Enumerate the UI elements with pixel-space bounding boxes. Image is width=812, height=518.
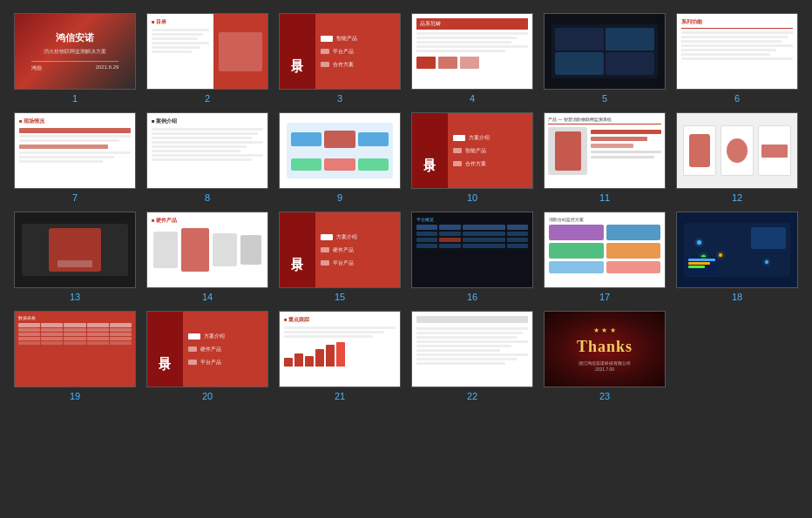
slide21-header: ■ 重点跟踪 (284, 316, 396, 324)
slide-thumb-3[interactable]: 目录 智能产品 平台产品 合作方案 (279, 13, 401, 90)
slide-thumb-14[interactable]: ■ 硬件产品 (146, 212, 268, 288)
slide-wrapper-11: 产品 — 智慧消防物联网监测系统 11 (543, 112, 667, 203)
slide-number-15: 15 (335, 292, 345, 302)
slide-thumb-4[interactable]: 品系范畴 (411, 13, 533, 90)
slide-thumb-2[interactable]: ■ 目录 (146, 13, 268, 90)
slide-number-9: 9 (337, 192, 342, 203)
slide-wrapper-7: ■ 现场情况 7 (13, 112, 137, 203)
slide-number-4: 4 (470, 93, 475, 104)
slide-number-3: 3 (337, 93, 342, 104)
slide-number-21: 21 (335, 391, 345, 401)
slide-wrapper-22: 22 (410, 311, 534, 401)
slide9-diagram (287, 123, 392, 179)
slide21-bar6 (336, 342, 345, 367)
slide-number-7: 7 (72, 192, 78, 203)
slide-number-13: 13 (70, 292, 80, 302)
slide-number-8: 8 (205, 192, 210, 203)
slide-thumb-1[interactable]: 鸿信安诺 消火栓物联网监测解决方案 鸿信 2021.6.29 (14, 13, 136, 90)
slide10-item2: 智能产品 (465, 147, 486, 155)
slide-thumb-7[interactable]: ■ 现场情况 (14, 112, 136, 189)
slide-number-16: 16 (467, 292, 477, 302)
slide4-header: 品系范畴 (416, 18, 528, 30)
slide-thumb-11[interactable]: 产品 — 智慧消防物联网监测系统 (544, 112, 666, 189)
slide-number-22: 22 (467, 391, 477, 401)
slide-wrapper-2: ■ 目录 2 (145, 13, 269, 104)
slide-number-1: 1 (72, 93, 78, 104)
slide23-company: 浙江鸿信安诺科技有限公司 (579, 360, 631, 367)
slide-wrapper-21: ■ 重点跟踪 21 (278, 311, 402, 401)
slide14-item3 (213, 233, 237, 266)
slide17-panel4 (606, 243, 661, 259)
slide17-panel6 (606, 261, 661, 273)
slide-thumb-21[interactable]: ■ 重点跟踪 (279, 311, 401, 387)
slide13-image (22, 224, 127, 276)
slide-number-10: 10 (467, 192, 477, 203)
slide17-header: 消防台站监控方案 (549, 217, 660, 222)
slide6-header: 系列功能 (681, 18, 793, 29)
slide-thumb-23[interactable]: ★ ★ ★ Thanks 浙江鸿信安诺科技有限公司 2021.7.09 (544, 311, 666, 387)
slide21-bar4 (315, 349, 324, 367)
slide-wrapper-23: ★ ★ ★ Thanks 浙江鸿信安诺科技有限公司 2021.7.09 23 (543, 311, 667, 401)
slide-wrapper-14: ■ 硬件产品 14 (145, 212, 269, 302)
slide15-title: 目录 (290, 247, 306, 252)
slide-number-20: 20 (202, 391, 213, 401)
slide10-item1: 方案介绍 (469, 134, 490, 142)
slide10-item3: 合作方案 (465, 160, 486, 168)
slide20-item1: 方案介绍 (204, 333, 225, 340)
slide-wrapper-20: 目录 方案介绍 硬件产品 平台产品 20 (145, 311, 269, 401)
slide2-header: ■ 目录 (152, 18, 209, 26)
slide5-dashboard (551, 24, 657, 78)
slide14-header: ■ 硬件产品 (152, 217, 263, 225)
slide3-item3: 合作方案 (333, 61, 354, 69)
slide-wrapper-16: 平台概览 (410, 212, 534, 302)
slide-number-6: 6 (734, 93, 740, 104)
slide23-star-icon: ★ ★ ★ (593, 326, 615, 334)
slide18-map (684, 223, 789, 277)
slide-thumb-22[interactable] (411, 311, 533, 387)
slide23-date: 2021.7.09 (595, 367, 614, 372)
slide-thumb-5[interactable] (544, 13, 666, 90)
slide14-item4 (240, 235, 261, 265)
slide-thumb-15[interactable]: 目录 方案介绍 硬件产品 平台产品 (279, 212, 401, 288)
slide-wrapper-1: 鸿信安诺 消火栓物联网监测解决方案 鸿信 2021.6.29 1 (13, 13, 137, 104)
slide21-bar3 (305, 356, 314, 367)
slide7-header: ■ 现场情况 (19, 118, 131, 125)
slide-wrapper-17: 消防台站监控方案 17 (543, 212, 667, 302)
slide-wrapper-19: 数据表格 (13, 311, 137, 401)
slide-number-14: 14 (202, 292, 213, 302)
slide-thumb-20[interactable]: 目录 方案介绍 硬件产品 平台产品 (146, 311, 268, 387)
slide1-logo: 鸿信 (31, 64, 42, 72)
slide-wrapper-9: 9 (278, 112, 402, 203)
slide-wrapper-15: 目录 方案介绍 硬件产品 平台产品 15 (278, 212, 402, 302)
slide14-item1 (153, 232, 178, 268)
slide-wrapper-3: 目录 智能产品 平台产品 合作方案 3 (278, 13, 402, 104)
slide-thumb-19[interactable]: 数据表格 (14, 311, 136, 387)
slide3-title: 目录 (290, 49, 306, 54)
slide16-header: 平台概览 (416, 217, 528, 222)
slide-thumb-16[interactable]: 平台概览 (411, 212, 533, 288)
slide-wrapper-12: 12 (675, 112, 799, 203)
slide20-item2: 硬件产品 (200, 346, 221, 353)
slide-thumb-13[interactable] (14, 212, 136, 288)
slide-wrapper-6: 系列功能 6 (675, 13, 799, 104)
slide-number-19: 19 (70, 391, 80, 401)
slide4-icon1 (416, 57, 436, 69)
slide14-item2 (181, 228, 209, 272)
slide20-item3: 平台产品 (200, 359, 221, 367)
slide-thumb-9[interactable] (279, 112, 401, 189)
slide-thumb-8[interactable]: ■ 案例介绍 (146, 112, 268, 189)
slide21-bar2 (294, 353, 303, 367)
slide-wrapper-13: 13 (13, 212, 137, 302)
slide-number-2: 2 (205, 93, 210, 104)
slide20-title: 目录 (158, 346, 173, 352)
slide-thumb-17[interactable]: 消防台站监控方案 (544, 212, 666, 288)
slide17-panel3 (549, 243, 604, 259)
slide-thumb-18[interactable] (676, 212, 798, 288)
slide1-company: 鸿信安诺 (56, 30, 94, 45)
slide-thumb-12[interactable] (676, 112, 798, 189)
slide10-title: 目录 (423, 148, 438, 153)
slide8-header: ■ 案例介绍 (152, 118, 263, 125)
slide-thumb-10[interactable]: 目录 方案介绍 智能产品 合作方案 (411, 112, 533, 189)
slide21-bar1 (284, 358, 293, 367)
slide-thumb-6[interactable]: 系列功能 (676, 13, 798, 90)
